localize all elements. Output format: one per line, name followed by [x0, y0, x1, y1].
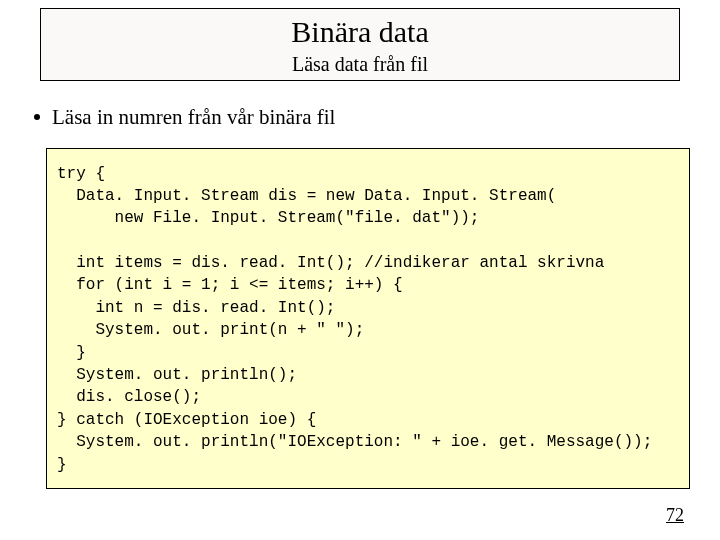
slide-subtitle: Läsa data från fil	[41, 52, 679, 76]
bullet-item: Läsa in numren från vår binära fil	[34, 105, 720, 130]
slide-number: 72	[666, 505, 684, 526]
code-block: try { Data. Input. Stream dis = new Data…	[46, 148, 690, 489]
bullet-dot-icon	[34, 114, 40, 120]
slide-title: Binära data	[41, 15, 679, 50]
bullet-text: Läsa in numren från vår binära fil	[52, 105, 335, 129]
slide-header: Binära data Läsa data från fil	[40, 8, 680, 81]
